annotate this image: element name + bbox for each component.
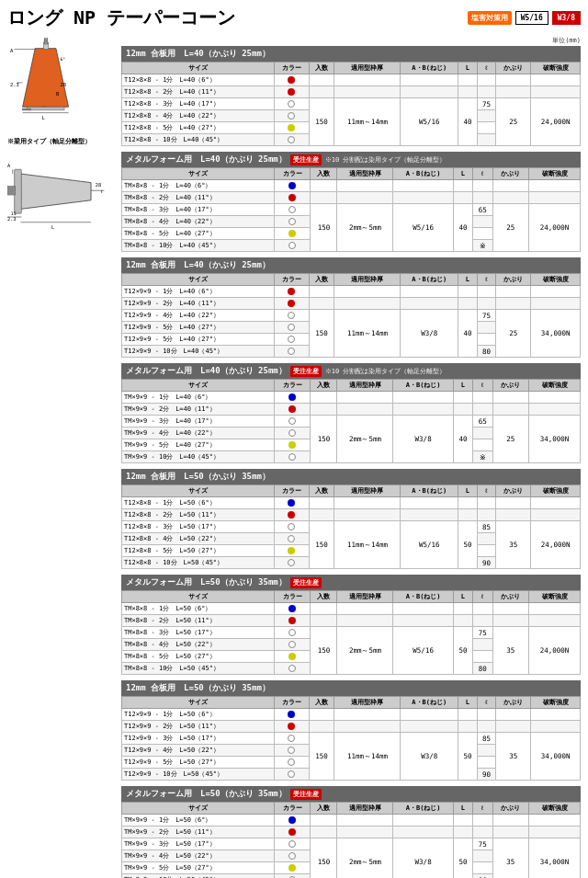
table-row: TM×8×8 - 2分 L=40（11°）	[122, 192, 581, 204]
cell-ab	[401, 497, 458, 509]
cell-color	[274, 404, 311, 416]
cell-l: 40	[453, 416, 472, 463]
svg-text:2.3: 2.3	[10, 82, 19, 87]
col-header-2: 入数	[311, 803, 337, 815]
col-header-5: L	[453, 380, 472, 392]
col-header-0: サイズ	[122, 697, 275, 709]
cell-color	[274, 874, 311, 879]
cell-size: TM×8×8 - 2分 L=50（11°）	[122, 615, 275, 627]
cell-hadan: 34,000N	[529, 416, 581, 463]
table-row: T12×9×9 - 3分 L=50（17°）15011mm～14mmW3/850…	[122, 733, 581, 745]
col-header-5: L	[458, 485, 478, 497]
juchu-badge: 受注生産	[290, 366, 322, 377]
cell-kaburi	[492, 392, 529, 404]
cell-tekiyo	[334, 298, 401, 310]
cell-nyusu	[309, 709, 334, 721]
cell-ell	[477, 322, 496, 334]
table-row: T12×9×9 - 1分 L=40（6°）	[122, 286, 581, 298]
cell-color	[274, 298, 309, 310]
section-title-sec1: 12mm 合板用 L=40（かぶり 25mm）	[121, 46, 581, 62]
cell-l	[458, 509, 478, 521]
cell-nyusu	[309, 509, 334, 521]
cell-ab: W5/16	[401, 98, 458, 146]
cell-color	[274, 838, 311, 850]
cell-hadan	[531, 74, 581, 86]
cell-ell	[477, 74, 496, 86]
main-layout: A 2.3 28 B L 10 6°	[7, 36, 581, 878]
col-header-3: 適用型枠厚	[334, 697, 401, 709]
cell-nyusu	[309, 497, 334, 509]
cell-tekiyo	[337, 180, 393, 192]
cell-size: TM×9×9 - 2分 L=40（11°）	[122, 404, 275, 416]
cell-ell	[473, 862, 492, 874]
w516-badge: W5/16	[515, 11, 548, 25]
col-header-2: 入数	[311, 591, 337, 603]
cell-ab: W3/8	[401, 733, 458, 781]
cell-size: T12×8×8 - 10分 L=40（45°）	[122, 134, 275, 146]
col-header-4: A・B(ねじ)	[401, 697, 458, 709]
table-row: T12×8×8 - 3分 L=40（17°）15011mm～14mmW5/164…	[122, 98, 581, 110]
cell-l: 40	[458, 98, 478, 146]
col-header-0: サイズ	[122, 591, 275, 603]
cell-hadan	[529, 603, 581, 615]
section-sec4: メタルフォーム用 L=40（かぶり 25mm）受注生産※10 分割配は染用タイプ…	[121, 363, 581, 463]
cell-color	[274, 709, 309, 721]
cell-ell	[473, 392, 492, 404]
col-header-6: ℓ	[473, 803, 492, 815]
cell-ell: 85	[477, 521, 496, 533]
col-header-3: 適用型枠厚	[337, 803, 393, 815]
cell-nyusu: 150	[311, 838, 337, 879]
svg-text:6°: 6°	[61, 57, 66, 62]
col-header-6: ℓ	[477, 274, 496, 286]
col-header-0: サイズ	[122, 274, 275, 286]
cell-color	[274, 721, 309, 733]
page: ロング NP テーパーコーン 塩害対策用 W5/16 W3/8	[0, 0, 588, 878]
cell-color	[274, 745, 309, 757]
col-header-4: A・B(ねじ)	[401, 63, 458, 74]
cell-size: T12×8×8 - 5分 L=50（27°）	[122, 545, 275, 557]
col-header-1: カラー	[274, 803, 311, 815]
cell-hadan	[529, 615, 581, 627]
cell-l	[453, 392, 472, 404]
cell-kaburi: 25	[496, 310, 531, 358]
cell-color	[274, 310, 309, 322]
section-sec3: 12mm 合板用 L=40（かぶり 25mm）サイズカラー入数適用型枠厚A・B(…	[121, 257, 581, 358]
table-row: TM×8×8 - 2分 L=50（11°）	[122, 615, 581, 627]
cell-size: T12×9×9 - 5分 L=50（27°）	[122, 757, 275, 769]
cell-size: T12×8×8 - 2分 L=40（11°）	[122, 86, 275, 98]
cell-kaburi	[492, 192, 529, 204]
header: ロング NP テーパーコーン 塩害対策用 W5/16 W3/8	[7, 6, 581, 30]
section-title-sec8: メタルフォーム用 L=50（かぶり 35mm）受注生産	[121, 786, 581, 802]
col-header-1: カラー	[274, 697, 309, 709]
col-header-8: 破断強度	[531, 274, 581, 286]
cell-nyusu: 150	[309, 98, 334, 146]
cell-l: 40	[453, 204, 472, 252]
cell-kaburi: 35	[492, 627, 529, 675]
col-header-1: カラー	[274, 168, 311, 180]
cell-color	[274, 74, 309, 86]
cell-color	[274, 545, 309, 557]
table-row: TM×9×9 - 1分 L=40（6°）	[122, 392, 581, 404]
col-header-5: L	[458, 274, 478, 286]
juchu-badge: 受注生産	[290, 789, 322, 800]
cell-tekiyo	[337, 603, 393, 615]
cell-hadan: 24,000N	[531, 521, 581, 569]
cell-ell	[477, 122, 496, 134]
note10: ※10 分割配は染用タイプ（軸足分離型）	[325, 367, 447, 376]
cell-tekiyo	[337, 615, 393, 627]
cell-ell	[477, 134, 496, 146]
juchu-badge: 受注生産	[290, 577, 322, 588]
cell-l	[458, 709, 478, 721]
section-title-sec4: メタルフォーム用 L=40（かぶり 25mm）受注生産※10 分割配は染用タイプ…	[121, 363, 581, 379]
col-header-7: かぶり	[492, 380, 529, 392]
cell-ell	[477, 757, 496, 769]
cell-ell: 80	[477, 346, 496, 358]
cell-nyusu: 150	[311, 204, 337, 252]
cell-ell: 75	[473, 838, 492, 850]
svg-marker-18	[20, 174, 91, 209]
cell-l	[458, 721, 478, 733]
cell-hadan: 24,000N	[529, 627, 581, 675]
cell-hadan	[529, 192, 581, 204]
cell-size: T12×9×9 - 10分 L=50（45°）	[122, 769, 275, 781]
cell-size: TM×8×8 - 10分 L=50（45°）	[122, 663, 275, 675]
